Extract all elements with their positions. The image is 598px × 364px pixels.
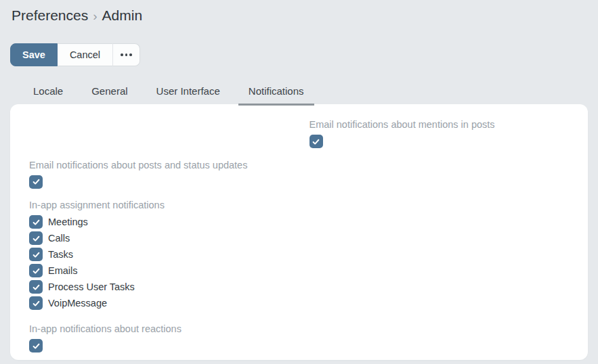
check-icon — [32, 250, 41, 259]
emails-checkbox[interactable] — [29, 264, 43, 277]
empty-cell — [299, 160, 580, 189]
field-reactions-label: In-app notifications about reactions — [29, 323, 289, 334]
tab-general[interactable]: General — [81, 80, 137, 106]
process-user-tasks-checkbox[interactable] — [29, 280, 43, 294]
field-reactions: In-app notifications about reactions — [19, 323, 299, 353]
breadcrumb-section[interactable]: Preferences — [12, 7, 88, 23]
posts-checkbox[interactable] — [29, 175, 43, 189]
field-mentions-label: Email notifications about mentions in po… — [309, 119, 570, 130]
page-title: Admin — [102, 7, 143, 23]
check-icon — [32, 267, 41, 275]
check-icon — [32, 283, 41, 292]
meetings-checkbox[interactable] — [29, 215, 43, 229]
checklist-item-process-user-tasks: Process User Tasks — [29, 280, 289, 294]
field-assignment-notifications: In-app assignment notifications Meetings — [19, 200, 299, 313]
field-grid: Email notifications about mentions in po… — [19, 119, 579, 353]
voipmessage-label[interactable]: VoipMessage — [48, 296, 107, 310]
more-actions-button[interactable] — [112, 43, 140, 66]
save-button[interactable]: Save — [10, 43, 58, 66]
field-mentions: Email notifications about mentions in po… — [299, 119, 580, 149]
field-posts: Email notifications about posts and stat… — [19, 160, 299, 189]
empty-cell — [299, 323, 580, 342]
calls-checkbox[interactable] — [29, 231, 43, 245]
field-assignment-label: In-app assignment notifications — [29, 200, 289, 210]
tab-bar: Locale General User Interface Notificati… — [23, 80, 588, 106]
voipmessage-checkbox[interactable] — [29, 296, 43, 310]
breadcrumb: Preferences›Admin — [12, 6, 588, 26]
tab-user-interface[interactable]: User Interface — [146, 80, 230, 106]
tab-locale[interactable]: Locale — [23, 80, 73, 106]
check-icon — [32, 234, 41, 243]
empty-cell — [19, 119, 299, 149]
check-icon — [312, 137, 320, 146]
field-posts-label: Email notifications about posts and stat… — [29, 160, 289, 170]
check-icon — [32, 299, 41, 308]
toolbar: Save Cancel — [10, 43, 588, 66]
calls-label[interactable]: Calls — [48, 231, 70, 245]
meetings-label[interactable]: Meetings — [48, 215, 88, 229]
tasks-checkbox[interactable] — [29, 248, 43, 261]
emails-label[interactable]: Emails — [48, 264, 78, 277]
cancel-button[interactable]: Cancel — [58, 43, 113, 66]
checklist-item-voipmessage: VoipMessage — [29, 296, 289, 310]
check-icon — [32, 342, 41, 350]
notifications-panel: Email notifications about mentions in po… — [10, 104, 588, 360]
ellipsis-horizontal-icon — [121, 53, 132, 56]
checklist-item-calls: Calls — [29, 231, 289, 245]
process-user-tasks-label[interactable]: Process User Tasks — [48, 280, 135, 294]
empty-cell — [299, 200, 580, 313]
page: Preferences›Admin Save Cancel Locale Gen… — [0, 0, 598, 360]
checklist-item-emails: Emails — [29, 264, 289, 277]
tab-notifications[interactable]: Notifications — [238, 80, 314, 106]
checklist-item-tasks: Tasks — [29, 248, 289, 261]
reactions-checkbox[interactable] — [29, 339, 43, 352]
check-icon — [32, 218, 41, 227]
mentions-checkbox[interactable] — [309, 135, 323, 148]
checklist-item-meetings: Meetings — [29, 215, 289, 229]
tasks-label[interactable]: Tasks — [48, 248, 73, 261]
chevron-right-icon: › — [93, 9, 97, 23]
check-icon — [32, 177, 41, 186]
